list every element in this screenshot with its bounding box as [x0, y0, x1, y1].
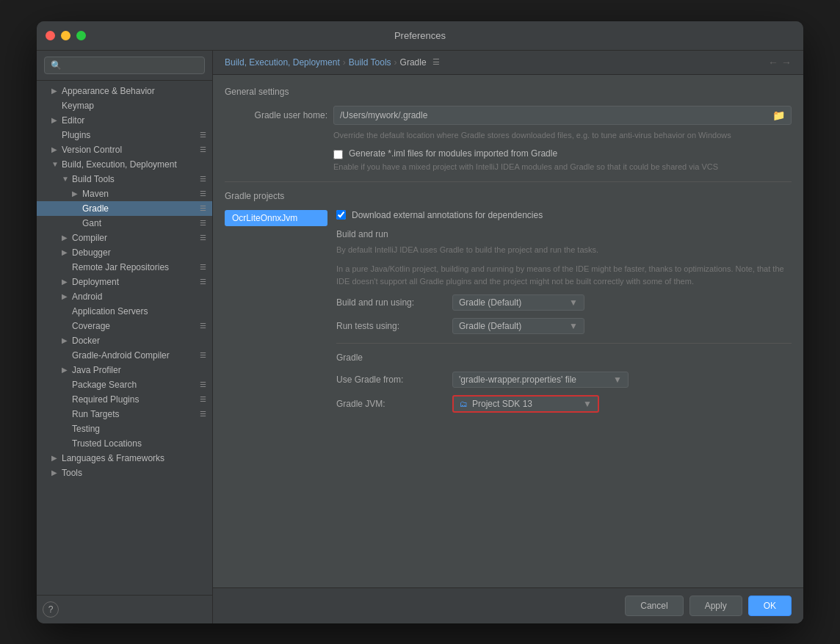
project-settings: Download external annotations for depend… — [336, 210, 792, 421]
cancel-button[interactable]: Cancel — [625, 596, 683, 616]
file-icon: ☰ — [432, 57, 440, 67]
badge-icon: ☰ — [200, 263, 206, 271]
sidebar-item-label: Java Profiler — [72, 365, 206, 375]
search-input[interactable] — [44, 57, 205, 74]
build-run-using-dropdown[interactable]: Gradle (Default) ▼ — [452, 294, 584, 311]
badge-icon: ☰ — [200, 175, 206, 183]
sidebar-item-label: Testing — [72, 424, 206, 434]
sidebar-item-maven[interactable]: ▶ Maven ☰ — [37, 187, 212, 201]
download-annotations-row: Download external annotations for depend… — [336, 210, 792, 220]
use-gradle-from-dropdown[interactable]: 'gradle-wrapper.properties' file ▼ — [452, 372, 629, 388]
generate-iml-checkbox[interactable] — [333, 150, 343, 159]
apply-button[interactable]: Apply — [689, 596, 742, 616]
sidebar-item-deployment[interactable]: ▶ Deployment ☰ — [37, 275, 212, 289]
sidebar-item-tools[interactable]: ▶ Tools — [37, 466, 212, 480]
sidebar-item-gradle-android[interactable]: Gradle-Android Compiler ☰ — [37, 348, 212, 363]
sidebar-item-run-targets[interactable]: Run Targets ☰ — [37, 407, 212, 422]
sidebar-item-plugins[interactable]: Plugins ☰ — [37, 128, 212, 142]
sidebar-item-docker[interactable]: ▶ Docker — [37, 333, 212, 348]
sidebar-item-compiler[interactable]: ▶ Compiler ☰ — [37, 231, 212, 245]
arrow-icon: ▶ — [51, 87, 62, 95]
breadcrumb-build-tools[interactable]: Build Tools — [349, 57, 391, 68]
sidebar-item-build-tools[interactable]: ▼ Build Tools ☰ — [37, 172, 212, 187]
folder-icon: 📁 — [772, 109, 785, 121]
sidebar-item-label: Tools — [62, 468, 206, 478]
badge-icon: ☰ — [200, 322, 206, 330]
maximize-button[interactable] — [76, 31, 86, 40]
project-list: OcrLiteOnnxJvm — [225, 210, 327, 421]
breadcrumb-build[interactable]: Build, Execution, Deployment — [225, 57, 340, 68]
sidebar-item-label: Gradle — [82, 203, 200, 214]
right-panel: Build, Execution, Deployment › Build Too… — [213, 51, 803, 623]
sidebar-item-gradle[interactable]: Gradle ☰ — [37, 201, 212, 216]
chevron-down-icon: ▼ — [613, 375, 622, 385]
sidebar-item-label: Keymap — [62, 101, 206, 111]
gradle-jvm-row: Gradle JVM: 🗂 Project SDK 13 ▼ — [336, 395, 792, 413]
sidebar-item-testing[interactable]: Testing — [37, 422, 212, 436]
gradle-projects-title: Gradle projects — [225, 191, 284, 201]
gradle-jvm-dropdown[interactable]: 🗂 Project SDK 13 ▼ — [452, 395, 599, 413]
gradle-jvm-value: Project SDK 13 — [472, 399, 532, 409]
sidebar-item-label: Gant — [82, 218, 200, 228]
panel-body: General settings Gradle user home: /User… — [213, 75, 803, 587]
sidebar-item-label: Required Plugins — [72, 394, 200, 405]
nav-arrows: ← → — [768, 57, 792, 68]
download-annotations-checkbox[interactable] — [336, 210, 346, 220]
sidebar-item-package-search[interactable]: Package Search ☰ — [37, 377, 212, 392]
sidebar-item-label: Debugger — [72, 247, 206, 258]
badge-icon: ☰ — [200, 145, 206, 153]
separator2 — [336, 343, 792, 344]
window-title: Preferences — [394, 30, 446, 41]
chevron-down-icon: ▼ — [569, 297, 578, 308]
sidebar-item-editor[interactable]: ▶ Editor — [37, 113, 212, 128]
nav-back-button[interactable]: ← — [768, 57, 778, 68]
sidebar-item-debugger[interactable]: ▶ Debugger — [37, 245, 212, 260]
sidebar-item-version-control[interactable]: ▶ Version Control ☰ — [37, 142, 212, 157]
sidebar-item-coverage[interactable]: Coverage ☰ — [37, 319, 212, 333]
build-and-run-section: Build and run By default IntelliJ IDEA u… — [336, 229, 792, 335]
badge-icon: ☰ — [200, 380, 206, 388]
sidebar-item-trusted-locations[interactable]: Trusted Locations — [37, 436, 212, 451]
minimize-button[interactable] — [61, 31, 70, 40]
sidebar-item-appearance[interactable]: ▶ Appearance & Behavior — [37, 84, 212, 98]
breadcrumb-sep1: › — [343, 57, 346, 68]
gradle-user-home-row: Gradle user home: /Users/mywork/.gradle … — [225, 106, 792, 125]
badge-icon: ☰ — [200, 410, 206, 418]
sidebar-item-label: Package Search — [72, 380, 200, 390]
close-button[interactable] — [46, 31, 55, 40]
gradle-user-home-label: Gradle user home: — [225, 110, 327, 120]
sidebar-item-languages[interactable]: ▶ Languages & Frameworks — [37, 451, 212, 466]
sidebar-item-gant[interactable]: Gant ☰ — [37, 216, 212, 231]
gradle-user-home-input[interactable]: /Users/mywork/.gradle 📁 — [333, 106, 792, 125]
sidebar-item-build-exec-deploy[interactable]: ▼ Build, Execution, Deployment — [37, 157, 212, 172]
arrow-icon: ▶ — [62, 292, 72, 300]
sidebar-item-label: Appearance & Behavior — [62, 86, 206, 96]
use-gradle-from-label: Use Gradle from: — [336, 375, 446, 385]
build-run-using-value: Gradle (Default) — [459, 297, 521, 308]
sidebar-item-app-servers[interactable]: Application Servers — [37, 304, 212, 319]
ok-button[interactable]: OK — [748, 596, 792, 616]
sidebar-item-label: Remote Jar Repositories — [72, 262, 200, 272]
sidebar-item-android[interactable]: ▶ Android — [37, 289, 212, 304]
sidebar-item-required-plugins[interactable]: Required Plugins ☰ — [37, 392, 212, 407]
sidebar-search-container — [37, 51, 212, 81]
sidebar-item-remote-jar[interactable]: Remote Jar Repositories ☰ — [37, 260, 212, 275]
help-button[interactable]: ? — [43, 601, 59, 618]
override-hint: Override the default location where Grad… — [333, 131, 792, 140]
separator1 — [225, 181, 792, 182]
badge-icon: ☰ — [200, 219, 206, 227]
chevron-down-icon: ▼ — [569, 321, 578, 331]
sidebar-item-java-profiler[interactable]: ▶ Java Profiler — [37, 363, 212, 377]
arrow-icon: ▶ — [72, 189, 82, 198]
run-tests-using-label: Run tests using: — [336, 321, 446, 331]
project-item[interactable]: OcrLiteOnnxJvm — [225, 210, 327, 226]
sidebar-tree: ▶ Appearance & Behavior Keymap ▶ Editor … — [37, 81, 212, 595]
run-tests-using-dropdown[interactable]: Gradle (Default) ▼ — [452, 318, 584, 334]
nav-forward-button[interactable]: → — [781, 57, 792, 68]
sidebar: ▶ Appearance & Behavior Keymap ▶ Editor … — [37, 51, 213, 623]
sidebar-item-keymap[interactable]: Keymap — [37, 98, 212, 113]
arrow-icon: ▶ — [51, 454, 62, 462]
sidebar-item-label: Languages & Frameworks — [62, 453, 206, 463]
traffic-lights — [46, 31, 86, 40]
sidebar-item-label: Android — [72, 292, 206, 302]
